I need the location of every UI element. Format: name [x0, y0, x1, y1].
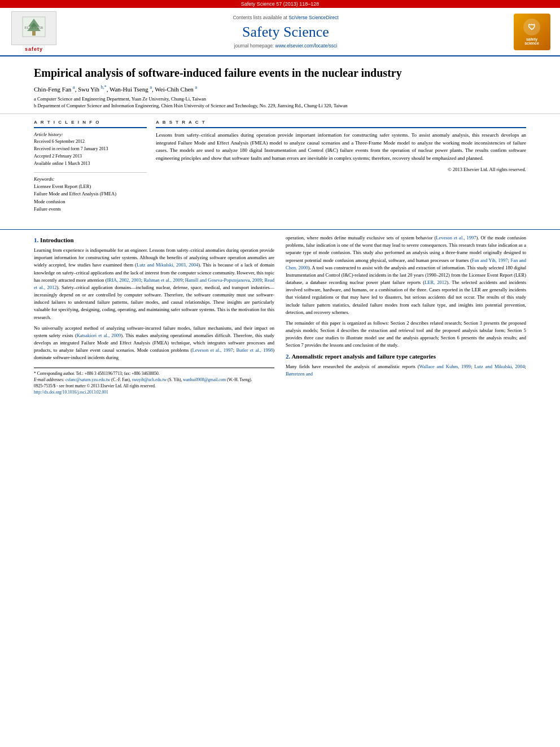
word-them: them	[124, 262, 133, 268]
journal-title: Safety Science	[242, 24, 329, 41]
history-label: Article history:	[34, 132, 147, 137]
section-title-text: Introduction	[40, 237, 74, 243]
article-info-box: Article history: Received 6 September 20…	[34, 127, 147, 213]
elsevier-wordmark: safety	[25, 46, 43, 52]
section2-para1: Many fields have researched the analysis…	[286, 363, 526, 378]
footnotes: * Corresponding author. Tel.: +886 3 458…	[34, 368, 274, 396]
safety-science-badge: 🛡 safety science	[509, 11, 554, 52]
intro-right-para2: The remainder of this paper is organized…	[286, 320, 526, 350]
article-title: Empirical analysis of software-induced f…	[34, 65, 526, 80]
section2-title-text: Anomalistic report analysis and failure …	[291, 353, 436, 360]
footnote-email-tseng[interactable]: wanhui0908@gmail.com	[183, 377, 226, 382]
article-history: Article history: Received 6 September 20…	[34, 132, 147, 167]
elsevier-tree-graphic: ELSEVIER	[11, 11, 56, 45]
abstract-text: Lessons from safety–critical anomalies d…	[156, 132, 526, 162]
safety-badge-graphic: 🛡 safety science	[514, 14, 550, 50]
keyword-2: Failure Mode and Effect Analysis (FMEA)	[34, 190, 147, 198]
abstract-label: A B S T R A C T	[156, 120, 526, 125]
keywords-section: Keywords: Licensee Event Report (LER) Fa…	[34, 172, 147, 213]
footnote-doi: http://dx.doi.org/10.1016/j.ssci.2013.02…	[34, 389, 274, 395]
badge-text1: safety	[526, 37, 537, 41]
doi-link[interactable]: http://dx.doi.org/10.1016/j.ssci.2013.02…	[34, 390, 108, 395]
body-left-col: 1. Introduction Learning from experience…	[34, 234, 274, 396]
article-info-panel: A R T I C L E I N F O Article history: R…	[34, 120, 147, 219]
article-header: Empirical analysis of software-induced f…	[0, 56, 560, 114]
footnote-issn: 0925-7535/$ - see front matter © 2013 El…	[34, 383, 274, 389]
keywords-label: Keywords:	[34, 176, 147, 182]
cite-lutz2004[interactable]: Lutz and Mikulski, 2004	[474, 364, 524, 369]
section2-number: 2.	[286, 353, 290, 360]
footnote-star: * Corresponding author. Tel.: +886 3 458…	[34, 370, 274, 377]
cite-wallace[interactable]: Wallace and Kuhm, 1999	[419, 364, 471, 369]
keyword-1: Licensee Event Report (LER)	[34, 183, 147, 191]
cite-leveson97b[interactable]: Leveson et al., 1997	[436, 235, 476, 241]
journal-header: ELSEVIER safety Contents lists available…	[0, 8, 560, 56]
intro-section-title: 1. Introduction	[34, 237, 274, 243]
journal-citation-bar: Safety Science 57 (2013) 118–128	[0, 0, 560, 8]
article-info-label: A R T I C L E I N F O	[34, 120, 147, 125]
copyright: © 2013 Elsevier Ltd. All rights reserved…	[156, 167, 526, 172]
journal-homepage: journal homepage: www.elsevier.com/locat…	[234, 43, 337, 49]
keyword-3: Mode confusion	[34, 198, 147, 206]
section-number: 1.	[34, 237, 38, 243]
cite-rahman[interactable]: Rahman et al., 2009	[143, 277, 182, 283]
footnote-emails: E-mail addresses: csfanc@saturn.yzu.edu.…	[34, 377, 274, 383]
intro-para1: Learning from experience is indispensabl…	[34, 247, 274, 321]
cite-katsakiori[interactable]: Katsakiori et al., 2009	[77, 333, 121, 338]
body-content: 1. Introduction Learning from experience…	[0, 234, 560, 396]
elsevier-logo: ELSEVIER safety	[6, 11, 62, 52]
contents-line: Contents lists available at SciVerse Sci…	[233, 15, 338, 20]
homepage-url[interactable]: www.elsevier.com/locate/ssci	[275, 43, 338, 49]
abstract-panel: A B S T R A C T Lessons from safety–crit…	[156, 120, 526, 219]
cite-butler[interactable]: Butler et al., 1998	[236, 347, 273, 353]
journal-title-area: Contents lists available at SciVerse Sci…	[68, 11, 504, 52]
affiliations: a Computer Science and Engineering Depar…	[34, 96, 526, 110]
article-meta-section: A R T I C L E I N F O Article history: R…	[0, 114, 560, 225]
intro-right-para1: operation, where modes define mutually e…	[286, 234, 526, 316]
elsevier-tree-icon: ELSEVIER	[17, 14, 51, 42]
footnote-email-yih[interactable]: swuyih@uch.edu.tw	[132, 377, 167, 382]
cite-borretzen[interactable]: Børretzen and	[286, 371, 313, 377]
authors-line: Chin-Feng Fan a, Swu Yih b,*, Wan-Hui Ts…	[34, 85, 526, 93]
svg-rect-4	[32, 31, 36, 36]
body-right-col: operation, where modes define mutually e…	[286, 234, 526, 396]
badge-text2: science	[524, 41, 539, 45]
abstract-box: Lessons from safety–critical anomalies d…	[156, 127, 526, 172]
keyword-4: Failure events	[34, 206, 147, 213]
affiliation-a: a Computer Science and Engineering Depar…	[34, 96, 526, 103]
cite-fan97[interactable]: Fan and Yih, 1997	[472, 257, 508, 263]
cite-iria[interactable]: IRIA, 2002, 2003	[107, 277, 141, 283]
footnote-email-fan[interactable]: csfanc@saturn.yzu.edu.tw	[65, 377, 110, 382]
badge-icon: 🛡	[523, 19, 540, 36]
cite-leveson97[interactable]: Leveson et al., 1997	[193, 347, 233, 353]
affiliation-b: b Department of Computer Science and Inf…	[34, 103, 526, 110]
intro-para2: No universally accepted method of analyz…	[34, 325, 274, 362]
journal-citation: Safety Science 57 (2013) 118–128	[241, 1, 320, 7]
cite-ler[interactable]: LER, 2012	[425, 279, 447, 285]
received-date: Received 6 September 2012 Received in re…	[34, 138, 147, 167]
section-divider	[0, 229, 560, 230]
cite-lutz2003[interactable]: Lutz and Mikulski, 2003, 2004	[137, 262, 198, 268]
cite-hamill[interactable]: Hamill and Goseva-Popstojanova, 2009	[185, 277, 262, 283]
sciverse-link[interactable]: SciVerse ScienceDirect	[288, 15, 338, 20]
section2-title: 2. Anomalistic report analysis and failu…	[286, 353, 526, 360]
